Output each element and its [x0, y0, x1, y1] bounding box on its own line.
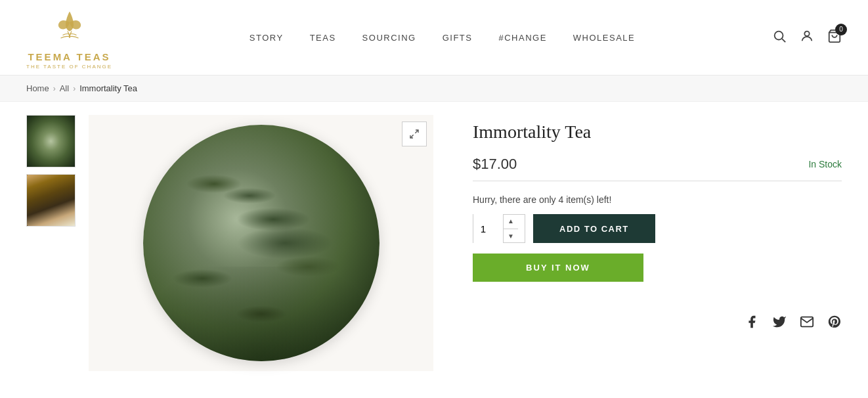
search-icon: [772, 29, 787, 43]
product-price: $17.00: [473, 156, 517, 173]
breadcrumb-home[interactable]: Home: [26, 83, 49, 93]
brand-name: TEEMA TEAS: [28, 51, 110, 62]
cart-button[interactable]: 0: [827, 29, 842, 47]
product-info: Immortality Tea $17.00 In Stock Hurry, t…: [433, 115, 842, 371]
nav-item-story[interactable]: STORY: [250, 33, 284, 43]
add-to-cart-row: ▲ ▼ ADD TO CART: [473, 214, 842, 243]
pinterest-icon: [827, 315, 842, 329]
svg-line-5: [410, 135, 414, 138]
nav-item-wholesale[interactable]: WHOLESALE: [573, 33, 635, 43]
twitter-share[interactable]: [772, 315, 787, 332]
breadcrumb-sep-2: ›: [73, 84, 76, 93]
svg-point-0: [775, 31, 783, 39]
quantity-up-button[interactable]: ▲: [504, 214, 518, 229]
email-share[interactable]: [800, 315, 814, 332]
main-tea-image: [143, 125, 380, 361]
price-divider: [473, 181, 842, 181]
add-to-cart-button[interactable]: ADD TO CART: [533, 214, 655, 243]
thumbnail-list: [26, 115, 79, 371]
buy-now-button[interactable]: BUY IT NOW: [473, 254, 643, 282]
user-icon: [800, 29, 814, 43]
header: TEEMA TEAS THE TASTE OF CHANGE STORY TEA…: [0, 0, 868, 76]
quantity-input[interactable]: [473, 214, 503, 243]
cart-count: 0: [835, 24, 847, 35]
expand-image-button[interactable]: [402, 122, 427, 146]
svg-line-4: [415, 130, 418, 133]
twitter-icon: [772, 315, 787, 329]
quantity-down-button[interactable]: ▼: [504, 229, 518, 244]
main-nav: STORY TEAS SOURCING GIFTS #CHANGE WHOLES…: [250, 33, 635, 43]
product-title: Immortality Tea: [473, 122, 842, 143]
search-button[interactable]: [772, 29, 787, 47]
breadcrumb-sep-1: ›: [53, 84, 56, 93]
facebook-icon: [745, 315, 759, 329]
main-content: Immortality Tea $17.00 In Stock Hurry, t…: [0, 102, 868, 384]
logo[interactable]: TEEMA TEAS THE TASTE OF CHANGE: [26, 6, 112, 70]
urgency-message: Hurry, there are only 4 item(s) left!: [473, 194, 842, 205]
price-row: $17.00 In Stock: [473, 156, 842, 173]
thumbnail-1[interactable]: [26, 115, 76, 167]
thumbnail-2[interactable]: [26, 174, 76, 227]
account-button[interactable]: [800, 29, 814, 47]
breadcrumb-all[interactable]: All: [60, 83, 69, 93]
breadcrumb-current: Immortality Tea: [79, 83, 137, 93]
nav-item-sourcing[interactable]: SOURCING: [362, 33, 416, 43]
pinterest-share[interactable]: [827, 315, 842, 332]
brand-tagline: THE TASTE OF CHANGE: [26, 64, 112, 70]
product-images: [26, 115, 433, 371]
main-product-image: [89, 115, 433, 371]
logo-icon: [50, 6, 89, 49]
stock-status: In Stock: [808, 159, 842, 169]
nav-item-change[interactable]: #CHANGE: [498, 33, 546, 43]
header-icons: 0: [772, 29, 842, 47]
svg-line-1: [782, 39, 785, 42]
quantity-control: ▲ ▼: [473, 214, 525, 243]
nav-item-gifts[interactable]: GIFTS: [443, 33, 473, 43]
social-share: [473, 301, 842, 332]
breadcrumb: Home › All › Immortality Tea: [0, 76, 868, 102]
svg-point-2: [804, 31, 809, 35]
nav-item-teas[interactable]: TEAS: [310, 33, 336, 43]
facebook-share[interactable]: [745, 315, 759, 332]
email-icon: [800, 315, 814, 329]
expand-icon: [409, 129, 420, 139]
quantity-arrows: ▲ ▼: [503, 214, 518, 243]
